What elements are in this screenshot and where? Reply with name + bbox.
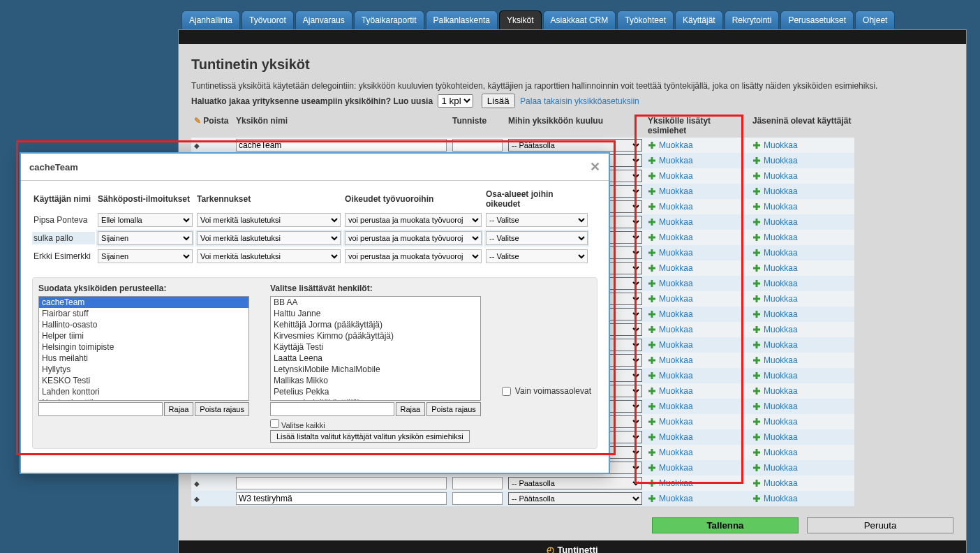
tab-ohjeet[interactable]: Ohjeet (855, 10, 895, 29)
edit-link[interactable]: Muokkaa (648, 386, 693, 396)
tab-yksiköt[interactable]: Yksiköt (499, 10, 542, 29)
tab-ajanvaraus[interactable]: Ajanvaraus (295, 10, 352, 29)
unit-name-input[interactable] (236, 492, 447, 505)
edit-link[interactable]: Muokkaa (648, 417, 693, 427)
unit-filter-button[interactable]: Rajaa (164, 402, 194, 416)
back-link[interactable]: Palaa takaisin yksikköasetuksiin (520, 96, 639, 106)
email-select[interactable]: Sijainen (98, 231, 193, 245)
select-all-checkbox[interactable] (270, 419, 279, 428)
rights-select[interactable]: voi perustaa ja muokata työvuoroj (345, 249, 482, 263)
edit-link[interactable]: Muokkaa (648, 263, 693, 273)
only-active-checkbox[interactable] (502, 387, 511, 396)
unit-id-input[interactable] (452, 477, 503, 489)
edit-link[interactable]: Muokkaa (752, 494, 798, 503)
edit-link[interactable]: Muokkaa (752, 263, 798, 273)
edit-link[interactable]: Muokkaa (752, 448, 798, 457)
unit-clear-button[interactable]: Poista rajaus (195, 402, 249, 416)
unit-filter-input[interactable] (38, 402, 163, 416)
unit-option[interactable]: Helper tiimi (39, 330, 248, 341)
unit-option[interactable]: Hallinto-osasto (39, 319, 248, 330)
edit-link[interactable]: Muokkaa (752, 340, 798, 350)
edit-link[interactable]: Muokkaa (648, 463, 693, 473)
save-button[interactable]: Tallenna (652, 517, 799, 533)
edit-link[interactable]: Muokkaa (752, 233, 798, 242)
edit-link[interactable]: Muokkaa (752, 325, 798, 334)
unit-option[interactable]: KESKO Testi (39, 375, 248, 386)
edit-link[interactable]: Muokkaa (752, 156, 798, 165)
edit-link[interactable]: Muokkaa (648, 140, 693, 150)
rights-select[interactable]: voi perustaa ja muokata työvuoroj (345, 213, 482, 227)
parent-select[interactable]: -- Paatasolla (508, 477, 642, 489)
edit-link[interactable]: Muokkaa (752, 417, 798, 427)
tark-select[interactable]: Voi merkitä laskutetuksi (197, 231, 341, 245)
edit-link[interactable]: Muokkaa (752, 401, 798, 411)
tark-select[interactable]: Voi merkitä laskutetuksi (197, 249, 341, 263)
area-select[interactable]: -- Valitse (486, 249, 588, 263)
person-option[interactable]: Kehittäjä Jorma (pääkäyttäjä) (271, 319, 480, 330)
unit-option[interactable]: Helsingin toimipiste (39, 341, 248, 353)
edit-link[interactable]: Muokkaa (648, 279, 693, 288)
edit-link[interactable]: Muokkaa (752, 386, 798, 396)
unit-name-input[interactable] (236, 477, 447, 489)
person-option[interactable]: ss aramis (pääkäyttäjä) (271, 397, 480, 401)
unit-id-input[interactable] (452, 492, 503, 505)
edit-link[interactable]: Muokkaa (648, 309, 693, 319)
close-icon[interactable]: ✕ (590, 159, 600, 175)
people-filter-input[interactable] (270, 402, 394, 416)
edit-link[interactable]: Muokkaa (752, 279, 798, 288)
edit-link[interactable]: Muokkaa (648, 340, 693, 350)
edit-link[interactable]: Muokkaa (648, 217, 693, 227)
edit-link[interactable]: Muokkaa (648, 156, 693, 165)
row-handle[interactable]: ◆ (194, 480, 200, 487)
edit-link[interactable]: Muokkaa (752, 140, 798, 150)
edit-link[interactable]: Muokkaa (648, 371, 693, 381)
tab-palkanlaskenta[interactable]: Palkanlaskenta (426, 10, 498, 29)
add-managers-button[interactable]: Lisää listalta valitut käyttäjät valitun… (270, 430, 470, 443)
unit-option[interactable]: Hyllytys (39, 364, 248, 375)
people-listbox[interactable]: BB AAHalttu JanneKehittäjä Jorma (pääkäy… (270, 296, 481, 401)
tab-työvuorot[interactable]: Työvuorot (242, 10, 294, 29)
edit-link[interactable]: Muokkaa (648, 325, 693, 334)
email-select[interactable]: Sijainen (98, 249, 193, 263)
edit-link[interactable]: Muokkaa (752, 186, 798, 196)
tab-perusasetukset[interactable]: Perusasetukset (780, 10, 854, 29)
people-clear-button[interactable]: Poista rajaus (426, 402, 481, 416)
edit-link[interactable]: Muokkaa (648, 248, 693, 258)
row-handle[interactable]: ◆ (194, 142, 200, 149)
person-option[interactable]: Kirvesmies Kimmo (pääkäyttäjä) (271, 330, 480, 341)
area-select[interactable]: -- Valitse (486, 213, 588, 227)
area-select[interactable]: -- Valitse (486, 231, 588, 245)
edit-link[interactable]: Muokkaa (648, 494, 693, 503)
edit-link[interactable]: Muokkaa (648, 171, 693, 181)
edit-link[interactable]: Muokkaa (648, 186, 693, 196)
unit-option[interactable]: cacheTeam (39, 297, 248, 308)
person-option[interactable]: Petelius Pekka (271, 386, 480, 397)
unit-option[interactable]: Nordex kenttä (39, 397, 248, 401)
person-option[interactable]: Mallikas Mikko (271, 375, 480, 386)
email-select[interactable]: Ellei lomalla (98, 213, 193, 227)
person-option[interactable]: BB AA (271, 297, 480, 308)
tab-työkohteet[interactable]: Työkohteet (617, 10, 674, 29)
edit-link[interactable]: Muokkaa (648, 202, 693, 212)
unit-option[interactable]: Flairbar stuff (39, 308, 248, 319)
edit-link[interactable]: Muokkaa (648, 233, 693, 242)
unit-option[interactable]: Hus meilahti (39, 353, 248, 364)
edit-link[interactable]: Muokkaa (648, 355, 693, 365)
person-option[interactable]: Laatta Leena (271, 353, 480, 364)
edit-link[interactable]: Muokkaa (752, 171, 798, 181)
add-button[interactable]: Lisää (482, 94, 515, 108)
edit-link[interactable]: Muokkaa (648, 478, 693, 488)
edit-link[interactable]: Muokkaa (752, 248, 798, 258)
edit-link[interactable]: Muokkaa (648, 294, 693, 304)
tab-rekrytointi[interactable]: Rekrytointi (725, 10, 780, 29)
tark-select[interactable]: Voi merkitä laskutetuksi (197, 213, 341, 227)
edit-link[interactable]: Muokkaa (752, 309, 798, 319)
quantity-select[interactable]: 1 kpl (438, 94, 473, 108)
edit-link[interactable]: Muokkaa (752, 217, 798, 227)
edit-link[interactable]: Muokkaa (752, 202, 798, 212)
edit-link[interactable]: Muokkaa (752, 355, 798, 365)
parent-select[interactable]: -- Päätasolla (508, 139, 642, 152)
row-handle[interactable]: ◆ (194, 495, 200, 503)
edit-link[interactable]: Muokkaa (752, 294, 798, 304)
cancel-button[interactable]: Peruuta (807, 517, 953, 533)
